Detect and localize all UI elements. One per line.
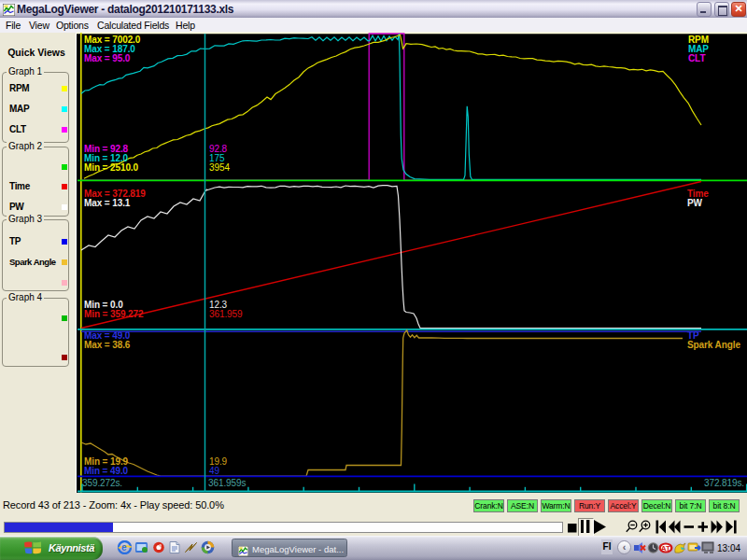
svg-text:e: e [121,542,127,553]
svg-text:ATI: ATI [661,544,672,553]
